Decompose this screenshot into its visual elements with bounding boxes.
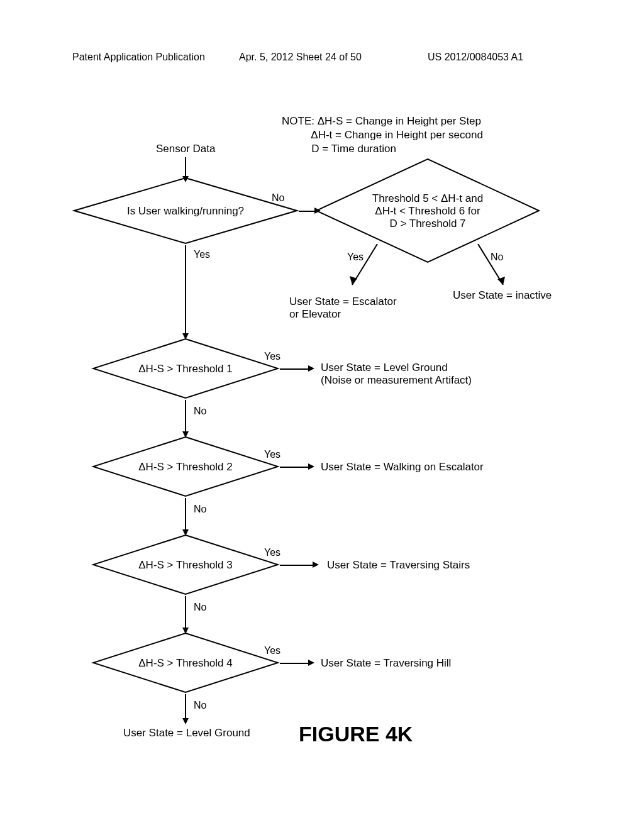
branch-no-d1: No xyxy=(194,406,206,417)
outcome-level-noise: User State = Level Ground (Noise or meas… xyxy=(321,362,472,387)
decision-text-d1: ΔH-S > Threshold 1 xyxy=(110,363,261,375)
note-line-3: D = Time duration xyxy=(282,143,396,155)
connector xyxy=(185,498,186,529)
connector xyxy=(280,368,308,370)
branch-yes-d3: Yes xyxy=(264,547,280,558)
connector xyxy=(185,694,186,718)
outcome-inactive: User State = inactive xyxy=(453,289,552,302)
branch-yes-d0: Yes xyxy=(194,249,210,260)
note-line-1: NOTE: ΔH-S = Change in Height per Step xyxy=(282,115,481,128)
outcome-escalator-walking: User State = Walking on Escalator xyxy=(321,461,484,473)
branch-no-d2: No xyxy=(194,504,206,515)
outcome-level: User State = Level Ground xyxy=(123,727,250,739)
branch-no-d4: No xyxy=(194,700,206,711)
note-line-2: ΔH-t = Change in Height per second xyxy=(282,129,483,141)
page: Patent Application Publication Apr. 5, 2… xyxy=(0,0,644,830)
arrow-down-icon xyxy=(182,718,189,724)
decision-text-d2: ΔH-S > Threshold 2 xyxy=(110,461,261,473)
connector xyxy=(185,245,186,333)
connector xyxy=(280,565,313,566)
arrow-right-icon xyxy=(308,365,314,372)
connector xyxy=(280,663,308,664)
branch-no-d0: No xyxy=(272,192,284,204)
connector xyxy=(185,157,186,176)
flowchart: NOTE: ΔH-S = Change in Height per Step Δ… xyxy=(0,0,644,830)
connector xyxy=(280,467,308,468)
sensor-data-label: Sensor Data xyxy=(156,143,216,155)
outcome-hill: User State = Traversing Hill xyxy=(321,657,451,670)
connector xyxy=(185,400,186,431)
connector xyxy=(185,596,186,628)
decision-text-d4: ΔH-S > Threshold 4 xyxy=(110,657,261,670)
decision-text-d0: Is User walking/running? xyxy=(110,205,261,218)
branch-yes-d4: Yes xyxy=(264,645,280,656)
arrow-right-icon xyxy=(313,562,319,568)
arrow-right-icon xyxy=(308,660,314,666)
branch-yes-d2: Yes xyxy=(264,449,280,460)
decision-text-d0r: Threshold 5 < ΔH-t and ΔH-t < Threshold … xyxy=(352,192,503,230)
decision-text-d3: ΔH-S > Threshold 3 xyxy=(110,559,261,572)
branch-yes-d1: Yes xyxy=(264,351,280,362)
figure-label: FIGURE 4K xyxy=(299,722,413,746)
connector xyxy=(299,211,314,212)
branch-no-d3: No xyxy=(194,602,206,613)
arrow-right-icon xyxy=(308,463,314,470)
branch-no-d0r: No xyxy=(491,252,503,263)
branch-yes-d0r: Yes xyxy=(347,252,364,263)
outcome-escalator-elevator: User State = Escalator or Elevator xyxy=(289,296,397,321)
outcome-stairs: User State = Traversing Stairs xyxy=(327,559,470,572)
